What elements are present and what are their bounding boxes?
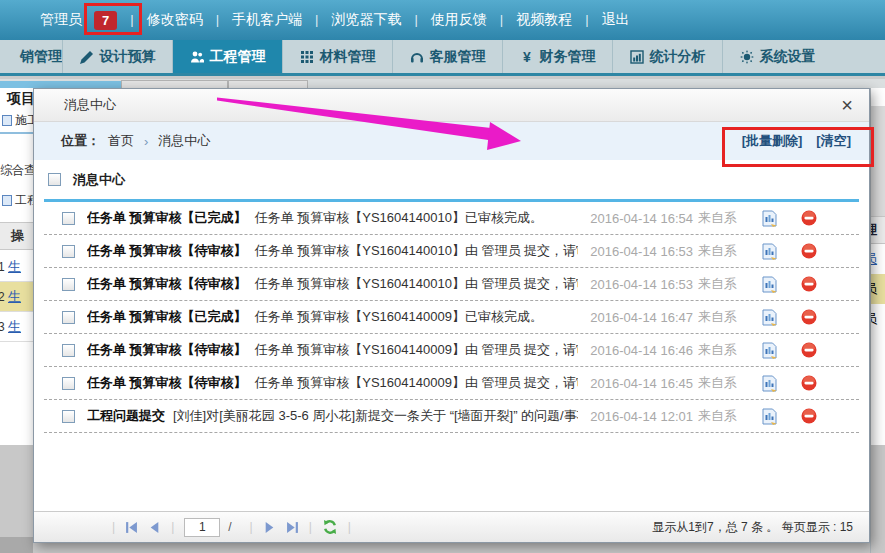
first-page-icon[interactable] [125, 521, 138, 534]
view-document-icon[interactable] [762, 375, 777, 392]
row-checkbox[interactable] [62, 311, 75, 324]
select-all-checkbox[interactable] [48, 173, 61, 186]
background-item-query[interactable]: 综合查 [0, 162, 33, 179]
gear-icon [740, 49, 755, 64]
chart-icon [630, 49, 645, 64]
message-count-badge[interactable]: 7 [94, 11, 117, 30]
background-item-construction[interactable]: 施工 [2, 112, 33, 129]
next-page-icon[interactable] [263, 521, 276, 534]
topbar-menu-item[interactable]: 手机客户端 [232, 11, 302, 27]
message-body: 任务单 预算审核【YS1604140009】由 管理员 提交，请审核。 [255, 375, 579, 390]
nav-tab-label: 工程管理 [210, 48, 266, 66]
row-number: 1 [0, 260, 8, 274]
people-icon [190, 49, 205, 64]
nav-tab-label: 材料管理 [320, 48, 376, 66]
message-body: [刘佳]对[美丽花园 3-5-6 周小花]新提交一条关于 “[墙面开裂]” 的问… [173, 408, 578, 423]
row-link[interactable]: 生 [8, 258, 21, 276]
message-row: 任务单 预算审核【待审核】任务单 预算审核【YS1604140010】由 管理员… [44, 235, 859, 268]
message-list: 任务单 预算审核【已完成】任务单 预算审核【YS1604140010】已审核完成… [44, 202, 859, 433]
message-title: 任务单 预算审核【已完成】 [87, 210, 247, 225]
topbar-menu-item[interactable]: 使用反馈 [431, 11, 487, 27]
topbar-separator: | [315, 12, 318, 27]
list-actions: [批量删除] [清空] [742, 132, 851, 150]
breadcrumb-home-link[interactable]: 首页 [108, 132, 134, 150]
nav-tab[interactable]: 销管理 [0, 40, 62, 73]
nav-tab[interactable]: 客服管理 [392, 40, 502, 73]
delete-icon[interactable] [801, 210, 817, 226]
view-document-icon[interactable] [762, 210, 777, 227]
dialog-titlebar[interactable]: 消息中心 × [34, 89, 869, 122]
topbar-separator: | [216, 12, 219, 27]
message-source: 来自系 [698, 407, 738, 425]
pager-separator: | [171, 520, 174, 534]
close-icon[interactable]: × [841, 95, 853, 115]
topbar-menu-item[interactable]: 浏览器下载 [331, 11, 401, 27]
nav-tab[interactable]: 材料管理 [282, 40, 392, 73]
app-screen: 管理员 7 |修改密码 |手机客户端 |浏览器下载 |使用反馈 |视频教程 |退… [0, 0, 885, 553]
view-document-icon[interactable] [762, 408, 777, 425]
row-checkbox[interactable] [62, 278, 75, 291]
list-header: 消息中心 [44, 160, 859, 202]
message-source: 来自系 [698, 341, 738, 359]
clear-all-button[interactable]: [清空] [816, 132, 851, 150]
view-document-icon[interactable] [762, 309, 777, 326]
topbar-menu-item[interactable]: 修改密码 [147, 11, 203, 27]
background-item-label: 综合查 [0, 162, 33, 179]
message-title: 任务单 预算审核【已完成】 [87, 309, 247, 324]
nav-tab[interactable]: 系统设置 [722, 40, 832, 73]
row-checkbox[interactable] [62, 410, 75, 423]
row-checkbox[interactable] [62, 212, 75, 225]
row-link[interactable]: 生 [8, 288, 21, 306]
delete-icon[interactable] [801, 375, 817, 391]
nav-tab-label: 设计预算 [100, 48, 156, 66]
topbar-menu-item[interactable]: 退出 [602, 11, 630, 27]
user-label[interactable]: 管理员 [40, 11, 82, 29]
message-title: 工程问题提交 [87, 408, 165, 423]
nav-tab[interactable]: 统计分析 [612, 40, 722, 73]
delete-icon[interactable] [801, 309, 817, 325]
message-timestamp: 2016-04-14 16:54 [590, 211, 693, 226]
doc-icon [2, 115, 12, 126]
view-document-icon[interactable] [762, 243, 777, 260]
row-checkbox[interactable] [62, 245, 75, 258]
message-title: 任务单 预算审核【待审核】 [87, 342, 247, 357]
message-text: 任务单 预算审核【待审核】任务单 预算审核【YS1604140009】由 管理员… [87, 374, 578, 392]
background-gray-area [871, 106, 885, 216]
delete-icon[interactable] [801, 276, 817, 292]
row-link[interactable]: 生 [8, 318, 21, 336]
background-item-project[interactable]: 工程 [2, 192, 33, 209]
topbar-menu-wrap: |视频教程 [487, 11, 572, 29]
background-section-title: 项目 [7, 90, 33, 108]
message-body: 任务单 预算审核【YS1604140009】由 管理员 提交，请审核。 [255, 342, 579, 357]
nav-tab[interactable]: 设计预算 [62, 40, 172, 73]
background-item-label: 施工 [15, 112, 33, 129]
delete-icon[interactable] [801, 408, 817, 424]
background-dark-area [0, 537, 33, 553]
message-timestamp: 2016-04-14 16:53 [590, 277, 693, 292]
message-source: 来自系 [698, 242, 738, 260]
topbar-menu-item[interactable]: 视频教程 [516, 11, 572, 27]
message-row: 任务单 预算审核【待审核】任务单 预算审核【YS1604140010】由 管理员… [44, 268, 859, 301]
refresh-icon[interactable] [322, 519, 338, 535]
background-table-header: 操 [0, 222, 33, 250]
breadcrumb-bar: 位置： 首页 › 消息中心 [批量删除] [清空] [34, 122, 869, 160]
row-checkbox[interactable] [62, 377, 75, 390]
pager-separator: | [309, 520, 312, 534]
delete-icon[interactable] [801, 342, 817, 358]
prev-page-icon[interactable] [148, 521, 161, 534]
background-table-row: 员 [871, 304, 885, 334]
row-checkbox[interactable] [62, 344, 75, 357]
view-document-icon[interactable] [762, 342, 777, 359]
nav-tab-label: 销管理 [20, 48, 62, 66]
page-input[interactable] [184, 518, 220, 537]
view-document-icon[interactable] [762, 276, 777, 293]
background-item-label: 工程 [15, 192, 33, 209]
topbar-separator: | [585, 12, 588, 27]
batch-delete-button[interactable]: [批量删除] [742, 132, 803, 150]
page-total-separator: / [228, 520, 231, 534]
nav-tab[interactable]: 工程管理 [172, 40, 282, 73]
delete-icon[interactable] [801, 243, 817, 259]
nav-tab[interactable]: ¥ 财务管理 [502, 40, 612, 73]
last-page-icon[interactable] [286, 521, 299, 534]
dialog-title: 消息中心 [64, 96, 116, 114]
